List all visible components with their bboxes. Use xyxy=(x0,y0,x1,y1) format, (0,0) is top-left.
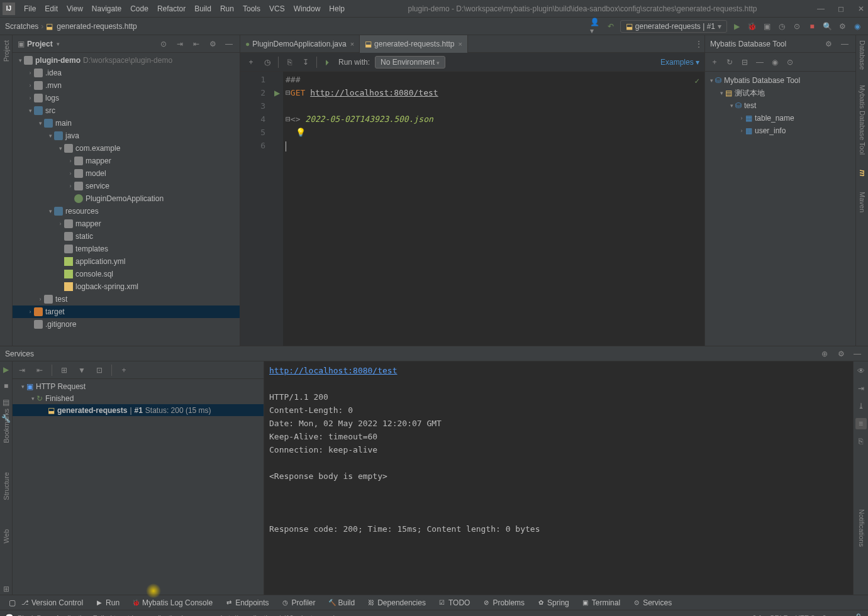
tree-item[interactable]: ▾com.example xyxy=(13,142,240,155)
preview-icon[interactable]: 👁 xyxy=(855,365,867,377)
run-config-selector[interactable]: ⬓ generated-requests | #1 ▾ xyxy=(620,20,727,33)
tree-item[interactable]: ›.idea xyxy=(13,67,240,79)
bottom-tab-terminal[interactable]: ▣Terminal xyxy=(576,595,626,610)
tree-item[interactable]: ›model xyxy=(13,167,240,180)
menu-tools[interactable]: Tools xyxy=(239,3,264,14)
db-root[interactable]: ▾⛁Mybatis Database Tool xyxy=(705,74,855,87)
notifications-tool-tab[interactable]: Notifications xyxy=(858,509,865,547)
menu-code[interactable]: Code xyxy=(126,3,152,14)
refresh-icon[interactable]: ↻ xyxy=(724,57,735,68)
menu-build[interactable]: Build xyxy=(191,3,215,14)
menu-view[interactable]: View xyxy=(63,3,87,14)
services-tree[interactable]: ▾▣HTTP Request ▾↻Finished ⬓ generated-re… xyxy=(13,379,264,595)
menu-help[interactable]: Help xyxy=(325,3,348,14)
hide-icon[interactable]: — xyxy=(223,38,235,50)
breadcrumb-file[interactable]: generated-requests.http xyxy=(57,22,136,31)
menu-window[interactable]: Window xyxy=(290,3,325,14)
menu-edit[interactable]: Edit xyxy=(41,3,62,14)
tree-item[interactable]: templates xyxy=(13,243,240,255)
tree-item[interactable]: ›test xyxy=(13,293,240,305)
run-all-icon[interactable]: ⏵ xyxy=(322,57,333,68)
bottom-tab-services[interactable]: ⊙Services xyxy=(626,595,678,610)
structure-tool-tab[interactable]: Structure xyxy=(3,472,10,500)
svc-request[interactable]: ⬓ generated-requests | #1 Status: 200 (1… xyxy=(13,404,264,416)
editor-content[interactable]: ### ⊟GET http://localhost:8080/test ⊟<> … xyxy=(283,72,704,346)
tree-root[interactable]: ▾ plugin-demo D:\workspace\plugin-demo xyxy=(13,54,240,67)
menu-run[interactable]: Run xyxy=(216,3,238,14)
code-with-me-icon[interactable]: ◉ xyxy=(852,21,863,32)
tree-item[interactable]: ›target xyxy=(13,305,240,318)
run-line-icon[interactable]: ▶ xyxy=(270,86,283,99)
add-request-icon[interactable]: + xyxy=(245,57,257,68)
db-table[interactable]: ›▦user_info xyxy=(705,124,855,137)
bottom-tab-build[interactable]: 🔨Build xyxy=(322,595,362,610)
tab-plugindemoapp[interactable]: ● PluginDemoApplication.java × xyxy=(240,35,360,53)
back-icon[interactable]: ↶ xyxy=(605,21,616,32)
select-opened-icon[interactable]: ⊙ xyxy=(158,38,169,50)
svc-root[interactable]: ▾▣HTTP Request xyxy=(13,380,264,392)
wrap-icon[interactable]: ⇥ xyxy=(855,383,867,394)
bookmarks-tool-tab[interactable]: Bookmarks xyxy=(3,409,10,443)
tree-item[interactable]: ▾main xyxy=(13,117,240,129)
tree-item[interactable]: application.yml xyxy=(13,255,240,268)
tree-item[interactable]: .gitignore xyxy=(13,318,240,331)
filter-icon[interactable]: ▼ xyxy=(76,365,87,376)
db-datasource[interactable]: ▾▤测试本地 xyxy=(705,87,855,99)
menu-file[interactable]: File xyxy=(20,3,40,14)
history-icon[interactable]: ◷ xyxy=(262,57,273,68)
breadcrumb-root[interactable]: Scratches xyxy=(5,22,38,31)
tab-menu-icon[interactable]: ⋮ xyxy=(693,38,704,50)
tree-item[interactable]: ▾src xyxy=(13,104,240,117)
tag-icon[interactable]: ⊡ xyxy=(94,365,105,376)
expand-icon[interactable]: ⇥ xyxy=(174,38,186,50)
tree-item[interactable]: ▾resources xyxy=(13,205,240,217)
console-icon[interactable]: ◉ xyxy=(769,57,781,68)
format-icon[interactable]: ≡ xyxy=(855,418,867,429)
scroll-icon[interactable]: ⤓ xyxy=(855,400,867,412)
run-button[interactable]: ▶ xyxy=(731,21,742,32)
convert-icon[interactable]: ⎘ xyxy=(284,57,295,68)
group-icon[interactable]: ⊞ xyxy=(58,365,70,376)
svc-state[interactable]: ▾↻Finished xyxy=(13,392,264,404)
db-table[interactable]: ›▦table_name xyxy=(705,112,855,124)
bottom-tab-endpoints[interactable]: ⇄Endpoints xyxy=(219,595,275,610)
hide-icon[interactable]: — xyxy=(839,38,850,50)
menu-vcs[interactable]: VCS xyxy=(265,3,289,14)
examples-link[interactable]: Examples ▾ xyxy=(660,58,699,67)
bottom-tab-profiler[interactable]: ◷Profiler xyxy=(275,595,322,610)
settings-icon[interactable]: ⚙ xyxy=(837,21,848,32)
project-tool-tab[interactable]: Project xyxy=(3,40,10,62)
profile-button[interactable]: ◷ xyxy=(776,21,787,32)
collapse-icon[interactable]: ⇤ xyxy=(34,365,45,376)
add-icon[interactable]: + xyxy=(118,365,130,376)
settings-icon[interactable]: ⚙ xyxy=(207,38,218,50)
coverage-button[interactable]: ▣ xyxy=(761,21,772,32)
import-icon[interactable]: ↧ xyxy=(300,57,311,68)
intention-bulb-icon[interactable]: 💡 xyxy=(296,128,306,137)
settings-icon[interactable]: ⚙ xyxy=(823,38,834,50)
minimize-button[interactable]: — xyxy=(816,4,825,13)
tree-item[interactable]: static xyxy=(13,230,240,243)
close-icon[interactable]: × xyxy=(459,40,462,48)
attach-button[interactable]: ⊙ xyxy=(791,21,803,32)
search-icon[interactable]: 🔍 xyxy=(821,21,833,32)
menu-navigate[interactable]: Navigate xyxy=(88,3,125,14)
bottom-tab-todo[interactable]: ☑TODO xyxy=(432,595,476,610)
bottom-tab-problems[interactable]: ⊘Problems xyxy=(476,595,531,610)
message-icon[interactable]: 💬 xyxy=(5,613,14,616)
tree-item[interactable]: ›service xyxy=(13,180,240,192)
bottom-tab-dependencies[interactable]: ⛓Dependencies xyxy=(361,595,432,610)
copy-icon[interactable]: ⎘ xyxy=(855,436,867,447)
line-separator[interactable]: CRLF xyxy=(770,614,788,617)
tree-item[interactable]: logback-spring.xml xyxy=(13,280,240,293)
bottom-tab-spring[interactable]: ✿Spring xyxy=(531,595,576,610)
remove-icon[interactable]: — xyxy=(754,57,765,68)
tree-item[interactable]: ▾java xyxy=(13,129,240,142)
mybatis-tool-tab[interactable]: Mybatis Database Tool xyxy=(859,85,866,155)
maximize-button[interactable]: ◻ xyxy=(837,4,845,13)
inspection-ok-icon[interactable]: ✓ xyxy=(694,74,699,87)
menu-refactor[interactable]: Refactor xyxy=(153,3,189,14)
hide-icon[interactable]: — xyxy=(852,348,863,360)
close-button[interactable]: ✕ xyxy=(857,4,865,13)
services-output[interactable]: http://localhost:8080/test HTTP/1.1 200 … xyxy=(264,361,853,595)
